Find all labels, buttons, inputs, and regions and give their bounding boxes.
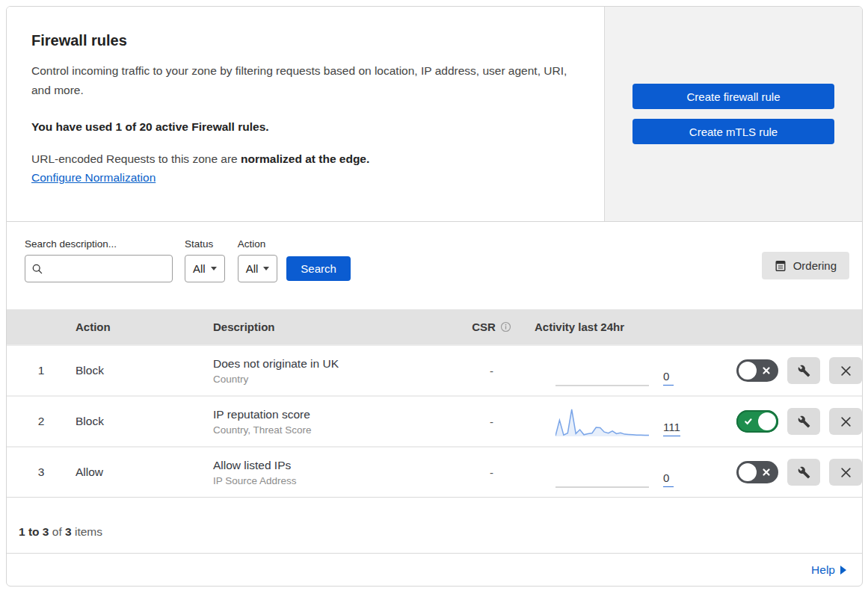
search-description-input[interactable] (48, 262, 166, 276)
wrench-icon (798, 365, 810, 377)
rule-action: Block (76, 415, 213, 428)
rule-csr-value: - (456, 365, 527, 377)
activity-sparkline (555, 355, 649, 388)
edit-rule-button[interactable] (787, 459, 820, 486)
rule-action: Block (76, 364, 213, 377)
normalization-note: URL-encoded Requests to this zone are no… (31, 152, 574, 166)
items-range: 1 to 3 (19, 525, 49, 539)
toggle-knob (739, 463, 757, 481)
search-box (25, 255, 173, 282)
normalization-prefix: URL-encoded Requests to this zone are (31, 152, 241, 165)
activity-column-header: Activity last 24hr (527, 321, 729, 333)
description-column-header: Description (213, 321, 456, 333)
rule-priority: 2 (7, 415, 76, 428)
rule-match-fields: IP Source Address (213, 475, 456, 486)
rule-match-fields: Country (213, 374, 456, 385)
items-of: of (52, 525, 62, 539)
close-icon (840, 467, 852, 478)
actions-panel: Create firewall rule Create mTLS rule (604, 7, 862, 221)
wrench-icon (798, 466, 810, 479)
activity-count-link[interactable]: 0 (663, 370, 674, 386)
items-summary: 1 to 3 of 3 items (7, 497, 862, 553)
rule-priority: 1 (7, 364, 76, 377)
normalization-bold: normalized at the edge. (241, 152, 369, 165)
wrench-icon (798, 415, 810, 428)
search-icon (31, 263, 43, 275)
rule-description: IP reputation score (213, 408, 456, 421)
delete-rule-button[interactable] (829, 408, 862, 435)
status-filter-label: Status (185, 238, 225, 250)
rule-csr-value: - (456, 415, 527, 428)
info-icon[interactable] (500, 321, 511, 332)
rule-description: Does not originate in UK (213, 357, 456, 371)
delete-rule-button[interactable] (829, 357, 862, 384)
help-label: Help (811, 563, 835, 577)
action-column-header: Action (76, 321, 213, 333)
filter-bar: Search description... Status All Action (7, 222, 862, 309)
intro-description: Control incoming traffic to your zone by… (31, 61, 570, 100)
rule-action: Allow (76, 465, 213, 479)
create-firewall-rule-button[interactable]: Create firewall rule (632, 84, 834, 109)
ordering-button[interactable]: Ordering (762, 252, 849, 279)
x-icon (762, 366, 771, 375)
close-icon (840, 365, 852, 377)
toggle-knob (739, 362, 757, 380)
csr-column-header: CSR (472, 321, 496, 333)
activity-sparkline (555, 457, 649, 489)
chevron-down-icon (263, 267, 269, 270)
top-section: Firewall rules Control incoming traffic … (7, 7, 862, 222)
ordering-list-icon (775, 260, 787, 272)
x-icon (762, 468, 771, 477)
rule-priority: 3 (7, 465, 76, 479)
items-word: items (75, 525, 102, 539)
status-filter-value: All (193, 262, 206, 275)
activity-sparkline (555, 406, 649, 439)
table-row: 3 Allow Allow listed IPs IP Source Addre… (7, 446, 862, 497)
action-filter-select[interactable]: All (238, 255, 278, 282)
check-icon (744, 417, 753, 426)
action-filter-label: Action (238, 238, 278, 250)
rule-enabled-toggle[interactable] (736, 461, 778, 483)
search-button[interactable]: Search (286, 256, 351, 281)
action-filter-value: All (246, 262, 259, 275)
toggle-knob (758, 412, 776, 430)
rule-csr-value: - (456, 466, 527, 479)
rule-enabled-toggle[interactable] (736, 410, 778, 433)
help-arrow-icon (840, 566, 846, 575)
delete-rule-button[interactable] (829, 459, 862, 486)
page-title: Firewall rules (31, 32, 574, 49)
help-link[interactable]: Help (811, 563, 846, 577)
edit-rule-button[interactable] (787, 357, 820, 384)
configure-normalization-link[interactable]: Configure Normalization (31, 171, 156, 185)
usage-note: You have used 1 of 20 active Firewall ru… (31, 120, 574, 134)
chevron-down-icon (211, 267, 217, 270)
firewall-rules-card: Firewall rules Control incoming traffic … (6, 6, 863, 587)
search-label: Search description... (25, 238, 173, 250)
help-bar: Help (7, 553, 862, 586)
table-row: 2 Block IP reputation score Country, Thr… (7, 395, 862, 446)
rule-match-fields: Country, Threat Score (213, 424, 456, 436)
rule-enabled-toggle[interactable] (736, 359, 778, 382)
activity-count-link[interactable]: 0 (663, 471, 674, 487)
rule-description: Allow listed IPs (213, 459, 456, 472)
create-mtls-rule-button[interactable]: Create mTLS rule (632, 119, 834, 144)
activity-count-link[interactable]: 111 (663, 421, 680, 436)
items-total: 3 (65, 525, 72, 539)
ordering-button-label: Ordering (793, 259, 837, 272)
table-header: Action Description CSR Activity last 24h… (7, 309, 862, 344)
status-filter-select[interactable]: All (185, 255, 225, 282)
edit-rule-button[interactable] (787, 408, 820, 435)
close-icon (840, 416, 852, 427)
table-row: 1 Block Does not originate in UK Country… (7, 344, 862, 395)
intro-panel: Firewall rules Control incoming traffic … (7, 7, 604, 221)
